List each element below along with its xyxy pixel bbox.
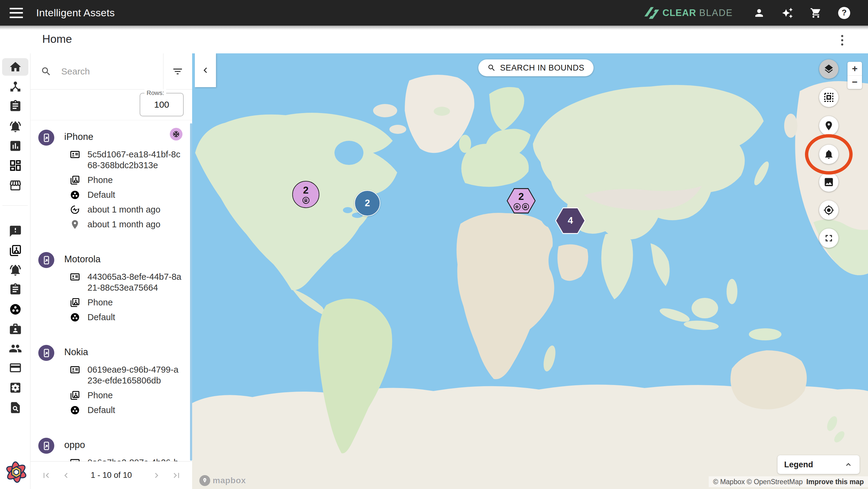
sidebar-item-analytics[interactable] — [0, 138, 30, 154]
sidebar-item-asset-groups[interactable] — [0, 301, 30, 317]
asset-group-icon — [70, 405, 80, 416]
map-canvas[interactable]: SEARCH IN BOUNDS + − 2 2 2 — [192, 53, 868, 489]
markers-toggle-button[interactable] — [819, 116, 838, 135]
help-button[interactable]: ? — [837, 6, 851, 20]
world-map — [192, 53, 868, 489]
asset-group-icon — [70, 190, 80, 200]
cluster-marker[interactable]: 2 — [354, 190, 380, 216]
improve-map-link[interactable]: Improve this map — [806, 478, 864, 486]
page-menu-button[interactable] — [836, 33, 848, 47]
search-in-bounds-button[interactable]: SEARCH IN BOUNDS — [478, 59, 593, 76]
marketplace-cart-button[interactable] — [809, 6, 823, 20]
rail-divider — [2, 205, 28, 206]
asset-avatar — [38, 345, 54, 361]
list-item-asset[interactable]: Nokia 0619eae9-c96b-4799-a23e-efde165806… — [30, 336, 192, 416]
attribution-text: © Mapbox © OpenStreetMap — [713, 478, 803, 486]
image-icon — [824, 177, 834, 188]
search-input[interactable] — [61, 66, 143, 76]
sidebar-item-home[interactable] — [0, 59, 30, 75]
select-area-button[interactable] — [819, 88, 838, 107]
sidebar-item-audit-logs[interactable] — [0, 400, 30, 416]
next-page-button[interactable] — [150, 469, 163, 482]
list-item-asset[interactable]: iPhone 5c5d1067-ea18-41bf-8c68-368bdc2b3… — [30, 121, 192, 230]
app-window: Intelligent Assets CLEARBLADE ? Home — [0, 0, 868, 489]
list-item-asset[interactable]: Motorola 443065a3-8efe-44b7-8a21-88c53ea… — [30, 243, 192, 323]
sidebar-item-asset-types[interactable] — [0, 243, 30, 258]
help-icon: ? — [838, 7, 850, 19]
sidebar-item-users[interactable] — [0, 341, 30, 356]
sidebar-item-notifications[interactable] — [0, 119, 30, 134]
cluster-count: 4 — [568, 215, 573, 226]
asset-id: 0a6a7be2-807c-4b26-beff-77ff0b1e7985 — [88, 457, 183, 461]
sidebar-item-device-hub[interactable] — [0, 79, 30, 94]
bus-icon — [522, 203, 529, 210]
alerts-toggle-button[interactable] — [819, 145, 838, 164]
filter-button[interactable] — [163, 53, 192, 89]
bell-ringing-icon — [9, 120, 22, 133]
search-icon — [487, 64, 496, 72]
nav-rail — [0, 53, 30, 489]
person-icon — [753, 7, 765, 19]
cluster-marker[interactable]: 4 — [555, 207, 585, 234]
last-page-button[interactable] — [170, 469, 183, 482]
sidebar-item-assignments[interactable] — [0, 98, 30, 114]
legend-toggle[interactable]: Legend — [777, 455, 860, 474]
sidebar-item-dashboards[interactable] — [0, 158, 30, 173]
menu-icon[interactable] — [10, 8, 23, 18]
map-zoom-control: + − — [847, 62, 862, 89]
bell-ringing-icon — [9, 263, 22, 277]
sidebar-item-badges[interactable] — [0, 321, 30, 336]
layers-icon — [824, 64, 834, 74]
dashboard-icon — [9, 159, 22, 172]
sidebar-item-marketplace[interactable] — [0, 177, 30, 193]
snowflake-icon — [514, 203, 521, 210]
select-area-icon — [824, 92, 834, 103]
previous-page-button[interactable] — [59, 469, 73, 482]
asset-type: Phone — [88, 297, 183, 308]
search-bar — [30, 53, 192, 90]
id-card-icon — [70, 272, 80, 282]
my-location-button[interactable] — [819, 200, 838, 220]
zoom-out-button[interactable]: − — [847, 76, 862, 89]
asset-avatar — [38, 252, 54, 268]
rows-per-page-select[interactable]: Rows: 100 — [140, 93, 184, 117]
layers-button[interactable] — [819, 59, 838, 79]
bell-icon — [824, 149, 834, 160]
list-item-asset[interactable]: oppo 0a6a7be2-807c-4b26-beff-77ff0b1e798… — [30, 429, 192, 461]
asset-type-icon — [70, 297, 80, 308]
device-hub-icon — [9, 80, 22, 93]
mapbox-logo[interactable]: mapbox — [199, 475, 246, 486]
image-overlay-button[interactable] — [819, 172, 838, 192]
zoom-in-button[interactable]: + — [847, 62, 862, 75]
asset-id: 5c5d1067-ea18-41bf-8c68-368bdc2b313e — [88, 149, 183, 171]
list-scrollbar[interactable] — [190, 123, 192, 461]
search-in-bounds-label: SEARCH IN BOUNDS — [500, 63, 585, 73]
cart-icon — [810, 7, 822, 19]
collapse-panel-button[interactable] — [195, 53, 216, 87]
asset-group: Default — [88, 312, 183, 323]
fullscreen-button[interactable] — [819, 229, 838, 248]
last-page-icon — [171, 470, 182, 481]
sidebar-item-settings[interactable] — [0, 380, 30, 395]
cluster-count: 2 — [519, 191, 524, 202]
ai-assistant-button[interactable] — [780, 6, 795, 20]
cluster-count: 2 — [365, 198, 370, 208]
last-updated-icon — [70, 204, 80, 215]
account-button[interactable] — [752, 6, 766, 20]
cluster-marker[interactable]: 2 — [507, 188, 536, 214]
asset-type-icon — [70, 175, 80, 186]
sidebar-item-alerts[interactable] — [0, 262, 30, 278]
sidebar-item-feedback[interactable] — [0, 223, 30, 239]
clipboard-icon — [9, 99, 22, 113]
cluster-marker[interactable]: 2 — [292, 181, 319, 208]
sidebar-item-billing[interactable] — [0, 360, 30, 376]
asset-list: iPhone 5c5d1067-ea18-41bf-8c68-368bdc2b3… — [30, 121, 192, 461]
phone-share-icon — [42, 255, 51, 265]
search-icon — [41, 66, 52, 77]
id-card-icon — [70, 364, 80, 375]
page-title: Home — [42, 33, 72, 45]
feedback-icon — [9, 225, 22, 238]
first-page-button[interactable] — [39, 469, 53, 482]
sidebar-item-rule-types[interactable] — [0, 282, 30, 297]
badge-icon — [9, 322, 22, 335]
